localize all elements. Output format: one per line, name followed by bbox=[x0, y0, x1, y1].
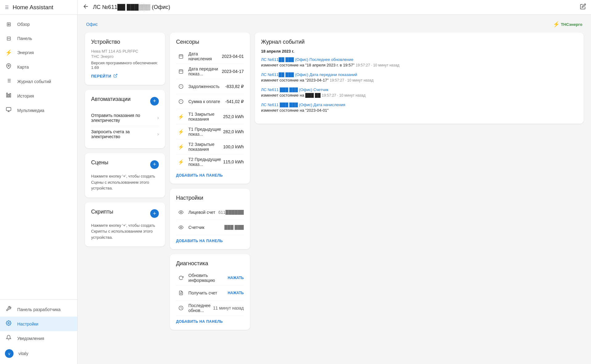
sensors-card: Сенсоры Дата начисления 2023-04-01 Дата … bbox=[170, 33, 250, 184]
sidebar-label-panel: Панель bbox=[17, 36, 32, 41]
automation-card: Автоматизации + Отправить показания по э… bbox=[85, 90, 165, 148]
diag-action-0[interactable]: НАЖАТЬ bbox=[228, 276, 244, 280]
event-time-1: 19:57:27 · 10 минут назад bbox=[330, 78, 373, 82]
sensor-label-5: Т1 Предыдущие показ... bbox=[188, 127, 223, 137]
sensor-value-4: 252,0 kWh bbox=[223, 114, 244, 119]
back-button[interactable] bbox=[82, 3, 89, 11]
sensors-title: Сенсоры bbox=[176, 39, 244, 45]
scripts-header: Скрипты + bbox=[91, 209, 159, 219]
money-icon-0 bbox=[176, 82, 186, 91]
event-desc-1: изменяет состояние на "2023-04-17" bbox=[261, 78, 328, 82]
sidebar-label-events: Журнал событий bbox=[17, 79, 51, 84]
sidebar-item-panel[interactable]: ⊟ Панель bbox=[0, 31, 77, 46]
chevron-right-icon-1: › bbox=[157, 131, 159, 137]
sidebar-label-media: Мультимедиа bbox=[17, 108, 44, 113]
event-item-2: ЛС №611 ███ ███ (Офис) Счетчик изменяет … bbox=[261, 87, 577, 98]
bolt-icon-2: ⚡ bbox=[176, 142, 186, 152]
sidebar-item-energy[interactable]: ⚡ Энергия bbox=[0, 46, 77, 60]
svg-rect-13 bbox=[179, 55, 183, 58]
sensor-row-7: ⚡ Т2 Предыдущие показ... 115,0 kWh bbox=[176, 154, 244, 170]
settings-card: Настройки Лицевой счет 611██████ Счетчик bbox=[170, 189, 250, 249]
settings-label-0: Лицевой счет bbox=[188, 210, 218, 215]
svg-point-27 bbox=[180, 212, 182, 213]
add-scene-button[interactable]: + bbox=[150, 160, 159, 169]
svg-rect-7 bbox=[6, 93, 7, 97]
clock-icon bbox=[176, 303, 186, 313]
topbar: ЛС №611██ ███▒▒▒ (Офис) bbox=[78, 0, 591, 15]
sidebar-label-history: История bbox=[17, 94, 34, 98]
sensors-add-panel-button[interactable]: ДОБАВИТЬ НА ПАНЕЛЬ bbox=[176, 173, 244, 178]
event-time-2: 19:57:27 · 10 минут назад bbox=[322, 93, 365, 98]
settings-add-panel-button[interactable]: ДОБАВИТЬ НА ПАНЕЛЬ bbox=[176, 239, 244, 243]
sensor-label-6: Т2 Закрытые показания bbox=[188, 142, 223, 152]
settings-label-1: Счетчик bbox=[188, 225, 224, 230]
sensor-label-1: Дата передачи показ... bbox=[188, 66, 222, 76]
bolt-icon-3: ⚡ bbox=[176, 157, 186, 167]
sidebar-developer[interactable]: Панель разработчика bbox=[0, 302, 77, 317]
eye-icon-0 bbox=[176, 207, 186, 217]
external-link-icon bbox=[113, 74, 118, 79]
eye-icon-1 bbox=[176, 222, 186, 232]
diag-action-1[interactable]: НАЖАТЬ bbox=[228, 291, 244, 295]
svg-rect-8 bbox=[8, 94, 9, 97]
sidebar-bottom: Панель разработчика Настройки Уведомлени… bbox=[0, 299, 77, 364]
sensor-value-2: -833,82 ₽ bbox=[225, 84, 244, 89]
add-script-button[interactable]: + bbox=[150, 209, 159, 218]
settings-row-0: Лицевой счет 611██████ bbox=[176, 205, 244, 220]
sidebar-item-events[interactable]: Журнал событий bbox=[0, 74, 77, 89]
sensor-value-7: 115,0 kWh bbox=[223, 159, 244, 164]
sidebar-settings[interactable]: Настройки bbox=[0, 317, 77, 331]
user-profile[interactable]: v vitaly bbox=[0, 346, 77, 362]
sidebar-label-settings: Настройки bbox=[17, 322, 38, 326]
tns-logo: ⚡ ТНСэнерго bbox=[553, 21, 582, 28]
event-link-2[interactable]: ЛС №611 ███ ███ (Офис) Счетчик bbox=[261, 87, 577, 92]
sidebar-item-map[interactable]: Карта bbox=[0, 60, 77, 74]
event-item-3: ЛС №611 ███ ███ (Офис) Дата начисления и… bbox=[261, 102, 577, 113]
panel-icon: ⊟ bbox=[5, 35, 12, 42]
event-item-0: ЛС №611██ ███ (Офис) Последнее обновлени… bbox=[261, 57, 577, 67]
map-icon bbox=[5, 63, 12, 70]
event-desc-2: изменяет состояние на ███ ██ bbox=[261, 93, 320, 98]
add-automation-button[interactable]: + bbox=[150, 97, 159, 106]
event-link-1[interactable]: ЛС №611██ ███ (Офис) Дата передачи показ… bbox=[261, 72, 577, 77]
bolt-icon-1: ⚡ bbox=[176, 127, 186, 137]
event-item-1: ЛС №611██ ███ (Офис) Дата передачи показ… bbox=[261, 72, 577, 82]
scripts-title: Скрипты bbox=[91, 209, 113, 215]
sidebar-nav: ⊞ Обзор ⊟ Панель ⚡ Энергия Карта Журнал … bbox=[0, 15, 77, 299]
automation-item-1[interactable]: Запросить счета за электричество › bbox=[91, 126, 159, 142]
automation-item-0[interactable]: Отправить показания по электричеству › bbox=[91, 110, 159, 126]
app-title: Home Assistant bbox=[13, 4, 53, 11]
automation-label-1: Запросить счета за электричество bbox=[91, 129, 157, 139]
diagnostics-add-panel-button[interactable]: ДОБАВИТЬ НА ПАНЕЛЬ bbox=[176, 319, 244, 324]
sensor-row-6: ⚡ Т2 Закрытые показания 100,0 kWh bbox=[176, 139, 244, 154]
scenes-header: Сцены + bbox=[91, 159, 159, 170]
device-card: Устройство Нева MT 114 AS PLRFPC ТНС Эне… bbox=[85, 33, 165, 85]
sidebar-item-history[interactable]: История bbox=[0, 89, 77, 103]
sensor-value-6: 100,0 kWh bbox=[223, 144, 244, 149]
event-link-3[interactable]: ЛС №611 ███ ███ (Офис) Дата начисления bbox=[261, 102, 577, 107]
diagnostics-title: Диагностика bbox=[176, 260, 244, 267]
diag-row-2: Последнее обнов... 11 минут назад bbox=[176, 301, 244, 316]
event-log-card: Журнал событий 18 апреля 2023 г. ЛС №611… bbox=[255, 33, 584, 124]
diag-value-2: 11 минут назад bbox=[213, 306, 244, 310]
bolt-icon-0: ⚡ bbox=[176, 112, 186, 122]
developer-icon bbox=[5, 306, 12, 313]
sensor-value-0: 2023-04-01 bbox=[222, 54, 244, 59]
diag-label-2: Последнее обнов... bbox=[188, 303, 213, 313]
money-icon-1 bbox=[176, 97, 186, 106]
event-link-0[interactable]: ЛС №611██ ███ (Офис) Последнее обновлени… bbox=[261, 57, 577, 62]
sensor-row-5: ⚡ Т1 Предыдущие показ... 282,0 kWh bbox=[176, 124, 244, 139]
menu-icon[interactable]: ☰ bbox=[5, 5, 9, 10]
diagnostics-card: Диагностика Обновить информацию НАЖАТЬ П… bbox=[170, 254, 250, 330]
settings-value-0: 611██████ bbox=[218, 210, 244, 215]
sidebar-item-overview[interactable]: ⊞ Обзор bbox=[0, 17, 77, 31]
sensor-label-3: Сумма к оплате bbox=[188, 99, 225, 104]
sensor-row-2: Задолженность -833,82 ₽ bbox=[176, 79, 244, 94]
page-title: ЛС №611██ ███▒▒▒ (Офис) bbox=[93, 4, 576, 10]
sidebar-notifications[interactable]: Уведомления bbox=[0, 331, 77, 346]
sidebar-item-media[interactable]: Мультимедиа bbox=[0, 103, 77, 118]
settings-row-1: Счетчик ███ ███ bbox=[176, 220, 244, 235]
energy-icon: ⚡ bbox=[5, 49, 12, 56]
edit-icon[interactable] bbox=[580, 3, 586, 11]
goto-link[interactable]: ПЕРЕЙТИ bbox=[91, 74, 159, 79]
